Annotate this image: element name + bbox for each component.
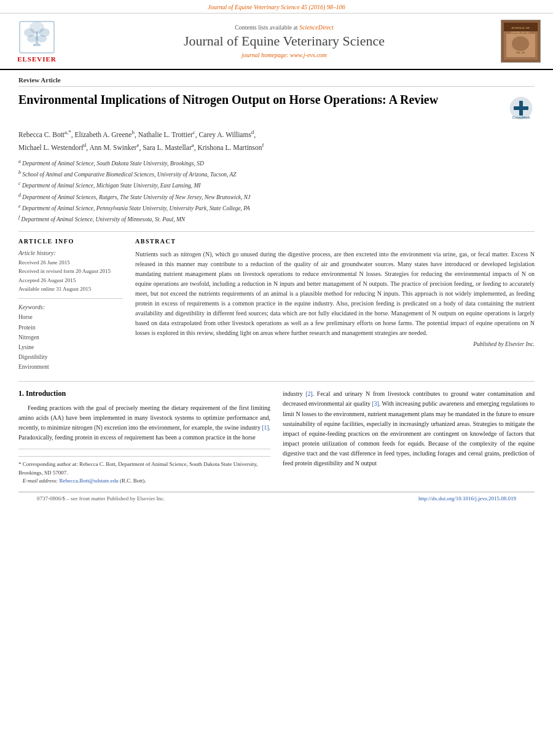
journal-citation: Journal of Equine Veterinary Science 45 … (0, 0, 553, 14)
svg-point-5 (37, 35, 47, 42)
right-column: industry [2]. Fecal and urinary N from l… (283, 389, 535, 486)
keyword-6: Environment (18, 362, 123, 372)
affil-a: a Department of Animal Science, South Da… (18, 158, 535, 168)
crossmark-badge[interactable]: CrossMark (507, 94, 535, 122)
received-date: Received 26 June 2015 (18, 258, 123, 267)
affil-e: e Department of Animal Science, Pennsylv… (18, 203, 535, 213)
journal-homepage: journal homepage: www.j-evs.com (74, 52, 495, 58)
left-column: 1. Introduction Feeding practices with t… (18, 389, 270, 486)
authors-section: Rebecca C. Botta,*, Elizabeth A. Greeneb… (18, 128, 535, 154)
journal-title-area: Contents lists available at ScienceDirec… (74, 24, 495, 58)
article-type-label: Review Article (18, 76, 535, 87)
svg-point-4 (27, 35, 37, 42)
footnote-email: E-mail address: Rebecca.Bott@sdstate.edu… (18, 477, 270, 486)
affil-f: f Department of Animal Science, Universi… (18, 214, 535, 224)
article-info-panel: ARTICLE INFO Article history: Received 2… (18, 238, 123, 372)
footnote-divider (18, 456, 270, 457)
title-row: Environmental Implications of Nitrogen O… (18, 92, 535, 122)
svg-text:Vol. 45: Vol. 45 (516, 51, 525, 54)
elsevier-brand-text: ELSEVIER (17, 55, 57, 63)
homepage-url[interactable]: www.j-evs.com (290, 52, 327, 58)
author-3: Nathalie L. Trottierc, (138, 131, 199, 138)
journal-header: ELSEVIER Contents lists available at Sci… (0, 14, 553, 70)
crossmark-icon: CrossMark (509, 96, 533, 120)
sciencedirect-line: Contents lists available at ScienceDirec… (74, 24, 495, 31)
author-5: Michael L. Westendorfd, (18, 144, 89, 151)
email-link[interactable]: Rebecca.Bott@sdstate.edu (59, 478, 118, 484)
svg-text:EQUINE VET SCI: EQUINE VET SCI (511, 31, 530, 34)
affil-c: c Department of Animal Science, Michigan… (18, 180, 535, 191)
keywords-label: Keywords: (18, 304, 123, 310)
cite-1: [1] (262, 425, 269, 431)
svg-text:JOURNAL OF: JOURNAL OF (511, 26, 530, 30)
svg-text:CrossMark: CrossMark (512, 116, 530, 119)
affiliations-section: a Department of Animal Science, South Da… (18, 158, 535, 225)
info-abstract-row: ARTICLE INFO Article history: Received 2… (18, 231, 535, 372)
elsevier-logo: ELSEVIER (12, 20, 61, 63)
abstract-section: ABSTRACT Nutrients such as nitrogen (N),… (135, 238, 535, 372)
keyword-5: Digestibility (18, 352, 123, 362)
keyword-2: Protein (18, 323, 123, 333)
history-label: Article history: (18, 250, 123, 256)
author-8: Krishona L. Martinsonf (197, 144, 264, 151)
abstract-text: Nutrients such as nitrogen (N), which go… (135, 250, 535, 338)
cover-svg: JOURNAL OF EQUINE VET SCI Vol. 45 (501, 20, 540, 62)
journal-title: Journal of Equine Veterinary Science (74, 33, 495, 49)
svg-rect-18 (514, 106, 528, 110)
keywords-section: Keywords: Horse Protein Nitrogen Lysine … (18, 304, 123, 372)
svg-rect-6 (33, 44, 41, 46)
article-info-title: ARTICLE INFO (18, 238, 123, 245)
journal-cite-text: Journal of Equine Veterinary Science 45 … (208, 4, 345, 10)
author-4: Carey A. Williamsd, (199, 131, 256, 138)
accepted-date: Accepted 26 August 2015 (18, 276, 123, 285)
elsevier-tree-icon (18, 20, 55, 54)
author-1: Rebecca C. Botta,*, (18, 131, 75, 138)
published-by: Published by Elsevier Inc. (135, 341, 535, 347)
cite-2: [2] (306, 391, 313, 397)
intro-heading: 1. Introduction (18, 389, 270, 398)
author-2: Elizabeth A. Greeneb, (75, 131, 138, 138)
author-7: Sara L. Mastellara, (143, 144, 197, 151)
article-body: Review Article Environmental Implication… (0, 70, 553, 517)
footnote-section: * Corresponding author at: Rebecca C. Bo… (18, 449, 270, 486)
sciencedirect-link[interactable]: ScienceDirect (299, 24, 334, 31)
affil-d: d Department of Animal Sciences, Rutgers… (18, 192, 535, 202)
keyword-4: Lysine (18, 342, 123, 352)
article-dates: Received 26 June 2015 Received in revise… (18, 258, 123, 299)
keywords-list: Horse Protein Nitrogen Lysine Digestibil… (18, 312, 123, 372)
footer-bar: 0737-0806/$ – see front matter Published… (18, 492, 535, 505)
main-content: 1. Introduction Feeding practices with t… (18, 381, 535, 486)
footer-issn: 0737-0806/$ – see front matter Published… (37, 495, 165, 502)
intro-text-left: Feeding practices with the goal of preci… (18, 403, 270, 443)
intro-text-right: industry [2]. Fecal and urinary N from l… (283, 389, 535, 468)
abstract-title: ABSTRACT (135, 238, 535, 245)
journal-cover-image: JOURNAL OF EQUINE VET SCI Vol. 45 (501, 20, 541, 63)
keyword-3: Nitrogen (18, 333, 123, 342)
svg-point-14 (512, 36, 529, 51)
cite-3: [3] (372, 401, 379, 407)
affil-b: b School of Animal and Comparative Biome… (18, 169, 535, 179)
footnote-1: * Corresponding author at: Rebecca C. Bo… (18, 460, 270, 477)
footer-doi[interactable]: http://dx.doi.org/10.1016/j.jevs.2015.08… (418, 495, 516, 502)
revised-date: Received in revised form 20 August 2015 (18, 267, 123, 275)
author-6: Ann M. Swinkere, (89, 144, 143, 151)
keyword-1: Horse (18, 312, 123, 322)
available-online-date: Available online 31 August 2015 (18, 285, 123, 293)
article-title: Environmental Implications of Nitrogen O… (18, 92, 498, 108)
